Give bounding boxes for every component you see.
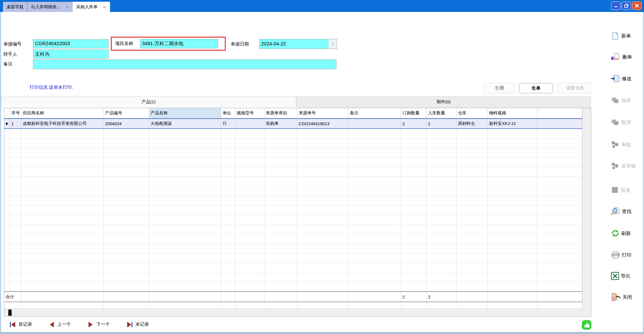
empty-cell [488, 196, 537, 205]
empty-cell [10, 234, 21, 244]
empty-cell [537, 158, 582, 167]
empty-cell [401, 282, 427, 291]
handler-input[interactable] [33, 50, 109, 59]
document-tab[interactable]: 桌面导航 [3, 2, 27, 12]
empty-cell [221, 196, 235, 205]
empty-cell [104, 158, 149, 167]
scrollbar-thumb[interactable] [8, 310, 12, 316]
total-cell [456, 292, 488, 302]
remark-input[interactable] [33, 59, 336, 69]
empty-cell [297, 234, 348, 244]
empty-cell [488, 148, 537, 157]
window-controls [611, 1, 642, 10]
generate-order-button[interactable]: 生单 [519, 83, 553, 93]
empty-cell [104, 215, 149, 224]
record-nav-button[interactable]: 末记录 [126, 321, 149, 328]
total-label: 合计 [4, 292, 21, 302]
column-header[interactable]: 来源单号 [297, 108, 348, 118]
column-header[interactable]: 仓库 [456, 108, 488, 118]
column-header[interactable]: 序号 [10, 108, 21, 118]
detail-tab[interactable]: 附件(0) [296, 96, 591, 108]
empty-cell [427, 158, 456, 167]
sidebar-button-10[interactable]: 刷新 [611, 227, 631, 240]
record-nav-button[interactable]: 上一个 [49, 321, 71, 328]
empty-cell [235, 186, 264, 196]
empty-cell [401, 167, 427, 176]
doc-date-input[interactable] [259, 39, 328, 49]
document-tab[interactable]: 采购入库单✕ [72, 2, 110, 12]
empty-cell [10, 148, 21, 157]
record-nav-label: 上一个 [57, 321, 71, 327]
empty-cell [149, 167, 221, 176]
empty-cell [221, 224, 235, 234]
column-header[interactable] [537, 108, 582, 118]
delete-doc-icon [611, 53, 621, 61]
empty-cell [348, 148, 401, 157]
tab-close-icon[interactable]: ✕ [103, 5, 106, 10]
empty-cell [4, 158, 10, 167]
detail-tab[interactable]: 产品(1) [1, 96, 296, 108]
project-input[interactable] [140, 39, 218, 48]
table-cell: 2004024 [104, 119, 149, 128]
column-header[interactable]: 产品名称 [149, 108, 221, 118]
sidebar-button-3[interactable]: 修改 [611, 72, 631, 85]
empty-cell [537, 272, 582, 282]
tab-close-icon[interactable]: ✕ [65, 5, 69, 10]
column-header[interactable]: 入库数量 [427, 108, 456, 118]
empty-cell [488, 186, 537, 196]
total-cell [488, 292, 537, 302]
empty-cell [348, 129, 401, 138]
total-cell [264, 292, 297, 302]
reference-button[interactable]: 引用 [484, 83, 515, 93]
cancel-icon [611, 118, 620, 126]
empty-cell [401, 205, 427, 215]
modify-doc-icon [611, 74, 620, 83]
empty-cell [235, 158, 264, 167]
empty-cell [297, 167, 348, 176]
column-header[interactable]: 订购数量 [401, 108, 427, 118]
row-marker-header [4, 108, 10, 118]
empty-cell [21, 215, 104, 224]
empty-cell [348, 205, 401, 215]
sidebar-button-13[interactable]: 关闭 [611, 291, 632, 303]
column-header[interactable]: 规格型号 [235, 108, 264, 118]
column-header[interactable]: 单位 [221, 108, 235, 118]
sidebar-button-label: 修改 [622, 75, 631, 82]
vertical-scrollbar[interactable] [582, 108, 591, 316]
document-tab[interactable]: 出入库明细表...✕ [27, 2, 72, 12]
column-header[interactable]: 供应商名称 [21, 108, 104, 118]
window-titlebar: 桌面导航出入库明细表...✕采购入库单✕ [0, 0, 644, 12]
empty-cell [10, 205, 21, 215]
record-nav-button[interactable]: 首记录 [10, 321, 32, 328]
empty-cell [401, 158, 427, 167]
column-header[interactable]: 来源单类别 [264, 108, 297, 118]
doc-no-input[interactable] [33, 39, 109, 48]
empty-cell [427, 224, 456, 234]
empty-cell [104, 263, 149, 272]
record-nav-button[interactable]: 下一个 [88, 321, 110, 328]
empty-cell [235, 129, 264, 138]
empty-cell [264, 224, 297, 234]
table-cell: 火焰检测器 [149, 119, 221, 128]
horizontal-scrollbar[interactable] [4, 308, 582, 316]
empty-cell [10, 186, 21, 196]
empty-cell [221, 139, 235, 148]
sidebar-button-9[interactable]: H查找 [611, 205, 631, 218]
empty-cell [348, 177, 401, 186]
empty-cell [427, 139, 456, 148]
empty-cell [4, 215, 10, 224]
minimize-button[interactable] [611, 1, 621, 10]
sidebar-button-12[interactable]: 导出 [611, 270, 630, 282]
empty-cell [456, 272, 488, 282]
new-doc-button[interactable]: 新单 [611, 30, 631, 42]
column-header[interactable]: 物料规格 [488, 108, 537, 118]
column-header[interactable]: 备注 [348, 108, 401, 118]
close-button[interactable] [632, 1, 642, 10]
thumbs-up-badge-icon[interactable] [581, 320, 592, 330]
sidebar-button-11[interactable]: 打印 [611, 249, 631, 261]
restore-button[interactable] [622, 1, 631, 10]
column-header[interactable]: 产品编号 [104, 108, 149, 118]
chevron-down-icon[interactable]: ∨ [328, 39, 337, 49]
sidebar-button-2[interactable]: 删单 [611, 51, 632, 63]
table-row[interactable]: 1成都新科安电子科技开发有限公司2004024火焰检测器只采购单CGD24041… [4, 118, 582, 129]
